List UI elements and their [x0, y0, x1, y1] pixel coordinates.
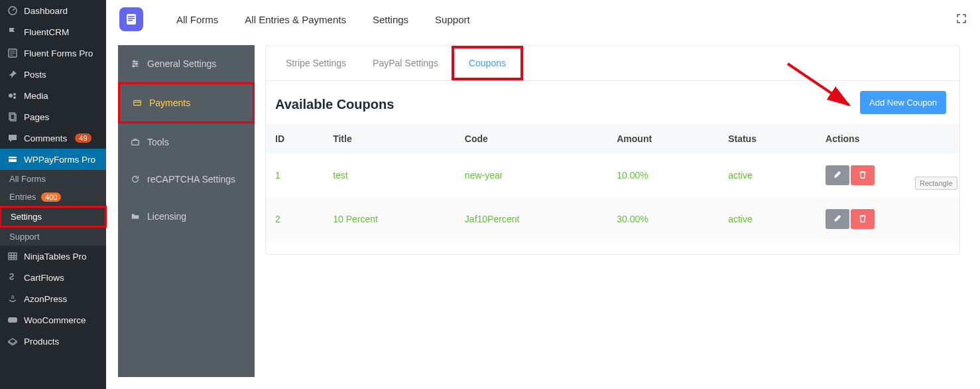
- table-icon: [7, 251, 19, 262]
- settings-nav-label: Payments: [149, 98, 190, 108]
- cell-status: active: [719, 153, 816, 197]
- cell-code: Jaf10Percent: [456, 197, 607, 241]
- topnav-support[interactable]: Support: [422, 14, 483, 25]
- app-topbar: All FormsAll Entries & PaymentsSettingsS…: [106, 0, 980, 39]
- wp-submenu-label: All Forms: [9, 174, 46, 184]
- wp-menu-label: CartFlows: [24, 273, 64, 283]
- wp-menu-label: Dashboard: [24, 6, 68, 16]
- settings-nav-tools[interactable]: Tools: [118, 123, 255, 161]
- svg-rect-18: [134, 101, 141, 106]
- wp-menu-label: Posts: [24, 70, 46, 80]
- settings-nav-label: reCAPTCHA Settings: [147, 174, 235, 185]
- wp-menu-label: WPPayForms Pro: [24, 155, 95, 165]
- pencil-icon: [833, 214, 842, 225]
- topnav-settings[interactable]: Settings: [359, 14, 422, 25]
- svg-rect-7: [9, 157, 17, 162]
- delete-button[interactable]: [851, 209, 875, 229]
- svg-point-4: [13, 96, 16, 99]
- wp-menu-label: AzonPress: [24, 294, 67, 304]
- svg-point-16: [135, 63, 137, 65]
- tab-stripe-settings[interactable]: Stripe Settings: [273, 46, 359, 80]
- briefcase-icon: [130, 137, 141, 147]
- wp-menu-posts[interactable]: Posts: [0, 64, 106, 85]
- wp-submenu-support[interactable]: Support: [0, 228, 106, 246]
- wp-menu-media[interactable]: Media: [0, 85, 106, 106]
- wp-menu-label: Comments: [24, 133, 67, 143]
- topnav-all-entries-payments[interactable]: All Entries & Payments: [231, 14, 359, 25]
- wp-submenu-entries[interactable]: Entries 400: [0, 188, 106, 206]
- settings-nav-label: Tools: [147, 137, 169, 147]
- card-icon: [132, 98, 143, 108]
- wp-menu-dashboard[interactable]: Dashboard: [0, 0, 106, 21]
- svg-rect-12: [128, 16, 135, 17]
- settings-nav-licensing[interactable]: Licensing: [118, 198, 255, 235]
- wp-submenu-all-forms[interactable]: All Forms: [0, 170, 106, 188]
- gauge-icon: [7, 5, 19, 16]
- wp-menu-label: NinjaTables Pro: [24, 252, 87, 262]
- wp-menu-comments[interactable]: Comments49: [0, 127, 106, 149]
- sliders-icon: [130, 59, 141, 68]
- wp-submenu-label: Entries: [9, 192, 36, 202]
- svg-point-3: [13, 93, 16, 96]
- wp-menu-cartflows[interactable]: CartFlows: [0, 267, 106, 288]
- tab-coupons[interactable]: Coupons: [452, 46, 523, 80]
- col-title: Title: [324, 124, 456, 153]
- wp-menu-azonpress[interactable]: aAzonPress: [0, 288, 106, 309]
- wp-menu-ninjatables-pro[interactable]: NinjaTables Pro: [0, 246, 106, 267]
- app-logo: [119, 7, 143, 31]
- settings-nav-recaptcha-settings[interactable]: reCAPTCHA Settings: [118, 161, 255, 198]
- products-icon: [7, 336, 19, 347]
- svg-rect-11: [127, 14, 136, 25]
- settings-nav-payments[interactable]: Payments: [118, 82, 255, 123]
- wp-menu-label: WooCommerce: [24, 315, 86, 325]
- svg-rect-19: [132, 140, 139, 145]
- svg-point-2: [9, 94, 13, 98]
- col-code: Code: [456, 124, 607, 153]
- col-status: Status: [719, 124, 816, 153]
- wp-menu-products[interactable]: Products: [0, 331, 106, 352]
- svg-point-17: [133, 65, 135, 67]
- wp-menu-fluent-forms-pro[interactable]: Fluent Forms Pro: [0, 42, 106, 64]
- badge: 400: [41, 193, 61, 202]
- cell-id: 2: [266, 197, 324, 241]
- form-icon: [7, 48, 19, 58]
- wp-menu-label: Media: [24, 91, 48, 101]
- content-area: Stripe SettingsPayPal SettingsCoupons Ad…: [265, 45, 960, 382]
- pencil-icon: [833, 170, 842, 181]
- settings-nav-label: Licensing: [147, 211, 186, 222]
- flag-icon: [7, 27, 19, 37]
- svg-rect-8: [9, 253, 17, 260]
- payform-icon: [7, 154, 19, 165]
- cell-actions: [816, 197, 959, 241]
- wp-menu-label: FluentCRM: [24, 27, 69, 37]
- edit-button[interactable]: [826, 165, 849, 185]
- trash-icon: [858, 214, 867, 225]
- settings-nav-general-settings[interactable]: General Settings: [118, 45, 255, 82]
- pin-icon: [7, 69, 19, 80]
- wp-submenu-settings[interactable]: Settings: [0, 206, 107, 228]
- tab-paypal-settings[interactable]: PayPal Settings: [359, 46, 452, 80]
- cell-title: 10 Percent: [324, 197, 456, 241]
- wp-menu-woocommerce[interactable]: WooCommerce: [0, 309, 106, 331]
- cart-icon: [7, 272, 19, 283]
- wp-menu-pages[interactable]: Pages: [0, 106, 106, 127]
- cell-title: test: [324, 153, 456, 197]
- edit-button[interactable]: [826, 209, 849, 229]
- wp-menu-wppayforms-pro[interactable]: WPPayForms Pro: [0, 149, 106, 170]
- wp-submenu: All FormsEntries 400SettingsSupport: [0, 170, 106, 246]
- delete-button[interactable]: [851, 165, 875, 185]
- fullscreen-icon[interactable]: [956, 13, 967, 26]
- col-amount: Amount: [607, 124, 719, 153]
- wp-menu-fluentcrm[interactable]: FluentCRM: [0, 21, 106, 42]
- wp-menu-label: Products: [24, 337, 59, 347]
- coupons-table: IDTitleCodeAmountStatusActions 1testnew-…: [266, 124, 959, 241]
- add-new-coupon-button[interactable]: Add New Coupon: [860, 91, 946, 114]
- svg-rect-10: [8, 317, 17, 323]
- table-row: 210 PercentJaf10Percent30.00%active: [266, 197, 959, 241]
- pages-icon: [7, 112, 19, 122]
- wp-menu-label: Fluent Forms Pro: [24, 48, 93, 58]
- svg-text:a: a: [11, 293, 14, 300]
- cell-amount: 10.00%: [607, 153, 719, 197]
- topnav-all-forms[interactable]: All Forms: [163, 14, 231, 25]
- coupons-card: Stripe SettingsPayPal SettingsCoupons Ad…: [265, 45, 960, 255]
